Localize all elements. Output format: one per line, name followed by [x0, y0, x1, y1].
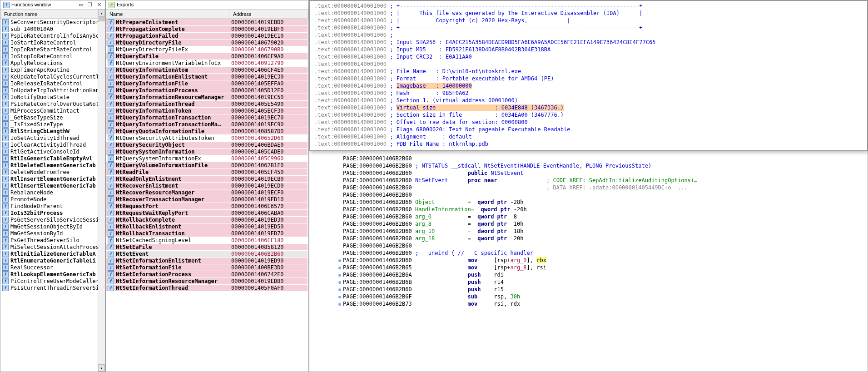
- exports-header-address[interactable]: Address: [229, 10, 308, 18]
- function-row[interactable]: fPsGetThreadServerSilo: [0, 237, 105, 243]
- export-row[interactable]: fNtSetInformationResourceManager00000001…: [106, 278, 308, 284]
- function-row[interactable]: fMmGetSessionById: [0, 230, 105, 237]
- export-row[interactable]: fNtReadOnlyEnlistment000000014019ECB0: [106, 175, 308, 182]
- function-row[interactable]: fIopIoRateStartRateControl: [0, 46, 105, 53]
- export-row[interactable]: fNtRequestPort00000001406E6570: [106, 203, 308, 209]
- function-row[interactable]: fPiControlFreeUserModeCallersB: [0, 278, 105, 284]
- disasm-line[interactable]: PAGE:00000001406B2B60 Object = qword ptr…: [337, 198, 868, 206]
- disasm-line[interactable]: PAGE:00000001406B2B60 ; NTSTATUS __stdca…: [337, 162, 868, 169]
- function-row[interactable]: fIoStopIoRateControl: [0, 53, 105, 60]
- disasm-line[interactable]: PAGE:00000001406B2B6A push rdi: [337, 271, 868, 278]
- disasm-line[interactable]: PAGE:00000001406B2B6F sub rsp, 30h: [337, 293, 868, 300]
- export-row[interactable]: fNtQueryInformationThread00000001405E549…: [106, 100, 308, 107]
- export-row[interactable]: fNtReadFile00000001405EF450: [106, 169, 308, 175]
- export-row[interactable]: fNtRecoverEnlistment000000014019ECD0: [106, 182, 308, 189]
- exports-list[interactable]: fNtPrepareEnlistment000000014019EBD0fNtP…: [106, 19, 308, 372]
- export-row[interactable]: fNtQueryQuotaInformationFile000000014085…: [106, 128, 308, 134]
- function-row[interactable]: fRtlInitializeGenericTableA: [0, 250, 105, 257]
- disasm-line[interactable]: PAGE:00000001406B2B60 ; DATA XREF: .pdat…: [337, 184, 868, 191]
- function-row[interactable]: fApplyRelocations: [0, 60, 105, 66]
- function-row[interactable]: fRtlIsGenericTableEmptyAvl: [0, 155, 105, 162]
- function-row[interactable]: fIoReleaseIoRateControl: [0, 80, 105, 87]
- function-row[interactable]: fSeConvertSecurityDescriptorTo: [0, 19, 105, 25]
- disasm-line[interactable]: PAGE:00000001406B2B60 ; __unwind { // __…: [337, 249, 868, 257]
- scroll-down-icon[interactable]: ▾: [98, 364, 105, 372]
- function-row[interactable]: fRtlInsertElementGenericTab: [0, 175, 105, 182]
- function-row[interactable]: fFindNodeOrParent: [0, 203, 105, 209]
- export-row[interactable]: fNtQuerySystemInformation00000001405CADE…: [106, 148, 308, 155]
- export-row[interactable]: fNtPrepareEnlistment000000014019EBD0: [106, 19, 308, 25]
- function-row[interactable]: fMmGetSessionObjectById: [0, 223, 105, 230]
- export-row[interactable]: fNtQueryInformationProcess00000001405D12…: [106, 87, 308, 94]
- function-row[interactable]: fsub_1400010A0: [0, 25, 105, 32]
- disasm-line[interactable]: PAGE:00000001406B2B60 arg_0 = qword ptr …: [337, 213, 868, 220]
- function-row[interactable]: fPsIsCurrentThreadInServerSilo: [0, 284, 105, 291]
- function-row[interactable]: f_GetBaseTypeSize: [0, 114, 105, 121]
- restore-icon[interactable]: ▭: [78, 2, 84, 8]
- function-row[interactable]: fIoIs32bitProcess: [0, 209, 105, 216]
- export-row[interactable]: fNtQueryInformationFile00000001405EFFA0: [106, 80, 308, 87]
- function-row[interactable]: fPsIoRateControlOverQuotaNotif: [0, 100, 105, 107]
- function-row[interactable]: fRebalanceNode: [0, 189, 105, 196]
- export-row[interactable]: fNtQueryVolumeInformationFile00000001406…: [106, 162, 308, 169]
- function-row[interactable]: fRealSuccessor: [0, 264, 105, 271]
- disasm-line[interactable]: PAGE:00000001406B2B65 mov [rsp+arg_8], r…: [337, 264, 868, 271]
- export-row[interactable]: fNtSetEvent00000001406B2B60: [106, 250, 308, 257]
- export-row[interactable]: fNtSetInformationEnlistment000000014019E…: [106, 257, 308, 264]
- function-row[interactable]: f_IsFixedSizeType: [0, 121, 105, 128]
- disasm-line[interactable]: PAGE:00000001406B2B73 mov rsi, rdx: [337, 300, 868, 308]
- export-row[interactable]: fNtQueryEaFile00000001406CF9A0: [106, 53, 308, 60]
- disasm-line[interactable]: PAGE:00000001406B2B60 arg_8 = qword ptr …: [337, 220, 868, 228]
- function-row[interactable]: fRtlStringCbLengthW: [0, 128, 105, 134]
- function-row[interactable]: fIoNotifyQuotaState: [0, 94, 105, 100]
- export-row[interactable]: fNtRollbackTransaction000000014019ED70: [106, 230, 308, 237]
- export-row[interactable]: fNtQuerySecurityObject00000001406BDAE0: [106, 141, 308, 148]
- export-row[interactable]: fNtQueryInformationTransactionMa…0000000…: [106, 121, 308, 128]
- export-row[interactable]: fNtSetInformationThread00000001405F0AF0: [106, 284, 308, 291]
- function-row[interactable]: fIoSetActivityIdThread: [0, 134, 105, 141]
- functions-list[interactable]: fSeConvertSecurityDescriptorTofsub_14000…: [0, 19, 105, 372]
- export-row[interactable]: fNtRollbackEnlistment000000014019ED50: [106, 223, 308, 230]
- function-row[interactable]: fRtlInsertElementGenericTab: [0, 182, 105, 189]
- export-row[interactable]: fNtRecoverTransactionManager000000014019…: [106, 196, 308, 203]
- export-row[interactable]: fNtQueryInformationResourceManager000000…: [106, 94, 308, 100]
- export-row[interactable]: fNtSetInformationFile00000001400BE3D0: [106, 264, 308, 271]
- functions-header-name[interactable]: Function name: [0, 10, 105, 18]
- export-row[interactable]: fNtQueryInformationToken00000001405ECF30: [106, 107, 308, 114]
- export-row[interactable]: fNtQuerySystemInformationEx00000001405C9…: [106, 155, 308, 162]
- function-row[interactable]: fDeleteNodeFromTree: [0, 169, 105, 175]
- export-row[interactable]: fNtQueryEnvironmentVariableInfoEx0000000…: [106, 60, 308, 66]
- breakpoint-dot-icon[interactable]: [338, 259, 341, 262]
- function-row[interactable]: fIoUpdateIrpIoAttributionHandl: [0, 87, 105, 94]
- function-row[interactable]: fMiProcessCommitIntact: [0, 107, 105, 114]
- export-row[interactable]: fNtQueryDirectoryFile0000000140679020: [106, 39, 308, 46]
- function-row[interactable]: fMiSelectSessionAttachProcess: [0, 243, 105, 250]
- breakpoint-dot-icon[interactable]: [338, 303, 341, 306]
- breakpoint-dot-icon[interactable]: [338, 288, 341, 291]
- function-row[interactable]: fPsGetServerSiloServiceSession: [0, 216, 105, 223]
- export-row[interactable]: fNtQueryDirectoryFileEx00000001406790B0: [106, 46, 308, 53]
- export-row[interactable]: fNtRequestWaitReplyPort00000001406CABA0: [106, 209, 308, 216]
- disasm-line[interactable]: PAGE:00000001406B2B60 arg_18 = qword ptr…: [337, 235, 868, 242]
- function-row[interactable]: fRtlLookupElementGenericTab: [0, 271, 105, 278]
- export-row[interactable]: fNtSetCachedSigningLevel00000001406EF180: [106, 237, 308, 243]
- function-row[interactable]: fRtlEnumerateGenericTableLi: [0, 257, 105, 264]
- breakpoint-dot-icon[interactable]: [338, 274, 341, 277]
- function-row[interactable]: fRtlGetActiveConsoleId: [0, 148, 105, 155]
- maximize-icon[interactable]: ❐: [87, 2, 93, 8]
- function-row[interactable]: fPspIoRateControlInfoIsAnySet: [0, 32, 105, 39]
- disasm-line[interactable]: PAGE:00000001406B2B60: [337, 155, 868, 162]
- disasm-line[interactable]: PAGE:00000001406B2B60: [337, 191, 868, 198]
- scroll-up-icon[interactable]: ▴: [98, 10, 105, 17]
- function-row[interactable]: fExpTimerApcRoutine: [0, 66, 105, 73]
- function-row[interactable]: fIoClearActivityIdThread: [0, 141, 105, 148]
- export-row[interactable]: fNtSetInformationProcess00000001406742E0: [106, 271, 308, 278]
- exports-header-name[interactable]: Name: [106, 10, 229, 18]
- scroll-thumb[interactable]: [99, 17, 104, 21]
- function-row[interactable]: fRtlDeleteElementGenericTab: [0, 162, 105, 169]
- disasm-line[interactable]: PAGE:00000001406B2B60: [337, 242, 868, 249]
- export-row[interactable]: fNtRollbackComplete000000014019ED30: [106, 216, 308, 223]
- disasm-line[interactable]: PAGE:00000001406B2B60 HandleInformation=…: [337, 206, 868, 213]
- export-row[interactable]: fNtQueryInformationAtom00000001406CF4E0: [106, 66, 308, 73]
- disasm-line[interactable]: PAGE:00000001406B2B60 mov [rsp+arg_0], r…: [337, 257, 868, 264]
